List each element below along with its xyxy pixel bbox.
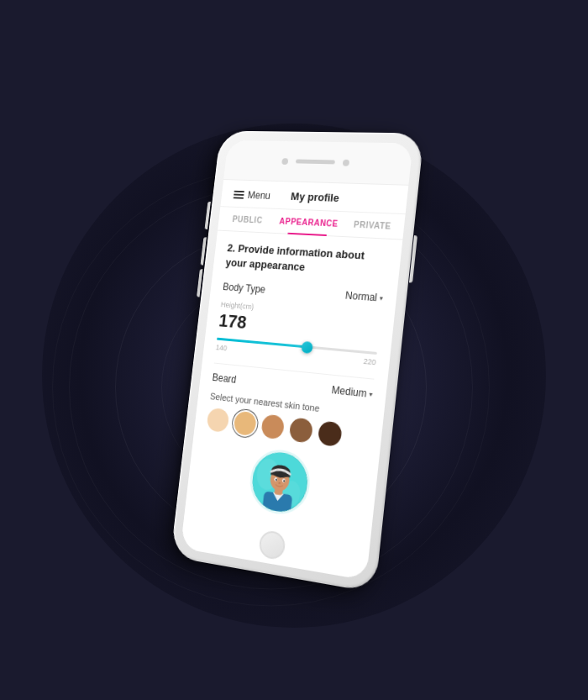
svg-rect-8: [262, 491, 292, 514]
skin-tone-swatch-0[interactable]: [206, 408, 229, 433]
menu-button[interactable]: Menu: [233, 188, 270, 201]
page-title: My profile: [290, 190, 339, 204]
svg-point-11: [270, 464, 291, 479]
skin-tone-swatch-3[interactable]: [289, 417, 314, 443]
beard-label: Beard: [212, 371, 237, 386]
body-type-value: Normal: [344, 289, 377, 303]
phone-screen: Menu My profile PUBLIC APPEARANCE: [181, 139, 413, 580]
skin-tone-swatch-4[interactable]: [318, 420, 343, 447]
svg-rect-9: [274, 487, 283, 496]
menu-label: Menu: [247, 188, 270, 200]
avatar-container: [198, 439, 365, 526]
svg-point-12: [274, 477, 277, 482]
speaker-bar: [296, 159, 335, 164]
body-type-chevron-icon: ▾: [379, 294, 383, 302]
body-type-value-dropdown[interactable]: Normal ▾: [344, 289, 383, 303]
screen-content: Menu My profile PUBLIC APPEARANCE: [181, 180, 409, 581]
body-type-row: Body Type Normal ▾: [223, 281, 384, 303]
sensor-dot: [343, 159, 349, 166]
svg-point-7: [281, 480, 301, 508]
svg-point-15: [283, 480, 285, 482]
svg-point-14: [275, 479, 276, 482]
svg-point-13: [281, 478, 285, 482]
height-slider-container: 140 220: [215, 338, 377, 367]
beard-chevron-icon: ▾: [369, 390, 373, 398]
slider-min-label: 140: [215, 343, 227, 352]
scene: Menu My profile PUBLIC APPEARANCE: [0, 0, 588, 700]
camera-dot: [281, 157, 288, 164]
avatar-circle: [246, 446, 312, 518]
tab-public[interactable]: PUBLIC: [218, 207, 277, 233]
home-button[interactable]: [258, 529, 286, 560]
beard-value-dropdown[interactable]: Medium ▾: [331, 384, 373, 400]
hamburger-icon: [234, 190, 244, 198]
slider-thumb[interactable]: [302, 340, 314, 353]
tab-private[interactable]: PRIVATE: [340, 212, 406, 239]
phone-top-bar: [223, 139, 413, 185]
svg-point-10: [269, 467, 290, 492]
beard-value: Medium: [331, 384, 367, 400]
svg-point-16: [278, 482, 281, 484]
tab-appearance[interactable]: APPEARANCE: [275, 208, 343, 235]
skin-tone-swatch-1[interactable]: [233, 410, 257, 436]
avatar-illustration: [249, 449, 310, 515]
body-type-label: Body Type: [223, 281, 266, 295]
skin-tone-swatch-2[interactable]: [260, 413, 285, 439]
scroll-area: 2. Provide information about your appear…: [181, 230, 403, 580]
skin-tone-section: Select your nearest skin tone: [206, 391, 370, 450]
slider-max-label: 220: [363, 357, 376, 367]
slider-labels: 140 220: [215, 343, 376, 366]
section-title: 2. Provide information about your appear…: [225, 240, 388, 280]
height-section: Height(cm) 178 140 220: [215, 300, 381, 366]
